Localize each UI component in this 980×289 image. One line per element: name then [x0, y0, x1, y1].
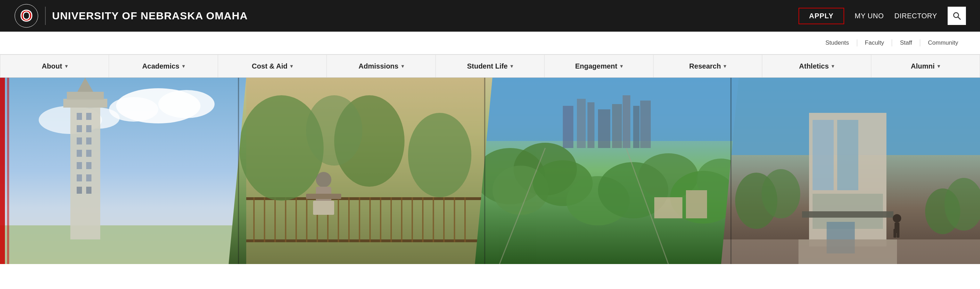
svg-rect-35	[0, 78, 5, 264]
svg-point-108	[762, 169, 800, 218]
svg-rect-45	[296, 197, 297, 242]
nav-academics-label: Academics	[142, 62, 180, 70]
engagement-dropdown-icon: ▾	[620, 63, 623, 69]
nav-research-label: Research	[689, 62, 721, 70]
audience-community[interactable]: Community	[920, 40, 966, 46]
audience-nav: Students Faculty Staff Community	[0, 32, 980, 54]
nav-alumni[interactable]: Alumni ▾	[871, 55, 980, 77]
svg-rect-75	[598, 110, 610, 148]
academics-dropdown-icon: ▾	[182, 63, 185, 69]
svg-rect-44	[285, 197, 286, 242]
hero-svg	[0, 78, 980, 264]
svg-rect-77	[623, 95, 630, 148]
svg-point-68	[408, 113, 471, 197]
svg-rect-17	[70, 106, 100, 240]
logo-area: O O UNIVERSITY OF NEBRASKA OMAHA	[14, 3, 248, 28]
nav-admissions[interactable]: Admissions ▾	[327, 55, 436, 77]
nav-athletics-label: Athletics	[799, 62, 829, 70]
student-life-dropdown-icon: ▾	[511, 63, 513, 69]
research-dropdown-icon: ▾	[724, 63, 726, 69]
svg-rect-79	[640, 100, 651, 148]
svg-rect-57	[422, 197, 423, 242]
nav-cost-aid[interactable]: Cost & Aid ▾	[218, 55, 327, 77]
svg-rect-29	[86, 175, 91, 181]
svg-rect-99	[802, 211, 894, 218]
alumni-dropdown-icon: ▾	[937, 63, 940, 69]
svg-rect-54	[390, 197, 392, 242]
main-nav: About ▾ Academics ▾ Cost & Aid ▾ Admissi…	[0, 54, 980, 78]
my-uno-link[interactable]: MY UNO	[855, 12, 884, 20]
svg-rect-51	[359, 197, 360, 242]
top-bar: O O UNIVERSITY OF NEBRASKA OMAHA APPLY M…	[0, 0, 980, 32]
cost-aid-dropdown-icon: ▾	[290, 63, 293, 69]
svg-rect-42	[264, 197, 265, 242]
svg-rect-105	[897, 229, 899, 238]
uno-logo: O O	[14, 3, 39, 28]
audience-faculty[interactable]: Faculty	[857, 40, 892, 46]
svg-rect-96	[813, 120, 834, 190]
directory-link[interactable]: DIRECTORY	[894, 12, 937, 20]
svg-rect-21	[86, 125, 91, 132]
svg-rect-52	[369, 197, 371, 242]
nav-engagement[interactable]: Engagement ▾	[544, 55, 653, 77]
svg-rect-28	[77, 175, 82, 181]
svg-rect-18	[77, 113, 82, 120]
svg-point-102	[893, 214, 901, 222]
nav-engagement-label: Engagement	[575, 62, 617, 70]
svg-rect-72	[563, 106, 573, 148]
university-title: UNIVERSITY OF NEBRASKA OMAHA	[52, 10, 248, 22]
search-button[interactable]	[948, 7, 966, 25]
svg-rect-104	[894, 229, 896, 238]
about-dropdown-icon: ▾	[65, 63, 68, 69]
svg-rect-76	[612, 104, 622, 148]
svg-rect-50	[348, 197, 350, 242]
svg-rect-41	[253, 197, 255, 242]
logo-divider	[45, 7, 46, 25]
svg-rect-16	[0, 225, 257, 264]
svg-rect-106	[721, 240, 980, 264]
audience-students[interactable]: Students	[818, 40, 857, 46]
svg-rect-97	[837, 120, 858, 190]
athletics-dropdown-icon: ▾	[832, 63, 834, 69]
nav-student-life[interactable]: Student Life ▾	[436, 55, 544, 77]
search-icon	[953, 12, 961, 20]
svg-rect-19	[86, 113, 91, 120]
svg-point-69	[306, 95, 362, 165]
svg-rect-53	[380, 197, 381, 242]
svg-rect-59	[443, 197, 445, 242]
svg-rect-27	[86, 162, 91, 169]
svg-rect-20	[77, 125, 82, 132]
svg-rect-58	[433, 197, 434, 242]
svg-rect-92	[686, 190, 707, 218]
hero-section	[0, 78, 980, 264]
nav-about-label: About	[42, 62, 62, 70]
svg-rect-73	[577, 99, 585, 148]
svg-rect-49	[338, 197, 339, 242]
nav-athletics[interactable]: Athletics ▾	[762, 55, 871, 77]
svg-rect-22	[77, 138, 82, 144]
nav-admissions-label: Admissions	[358, 62, 398, 70]
nav-cost-aid-label: Cost & Aid	[252, 62, 287, 70]
svg-rect-43	[274, 197, 276, 242]
svg-rect-36	[7, 78, 9, 264]
top-nav-right: APPLY MY UNO DIRECTORY	[799, 7, 966, 25]
svg-rect-61	[465, 197, 466, 242]
svg-point-62	[316, 172, 331, 187]
svg-rect-64	[306, 194, 341, 199]
svg-rect-91	[654, 197, 682, 218]
svg-rect-40	[246, 240, 500, 242]
audience-staff[interactable]: Staff	[892, 40, 920, 46]
apply-button[interactable]: APPLY	[799, 8, 844, 24]
nav-research[interactable]: Research ▾	[654, 55, 762, 77]
svg-rect-56	[412, 197, 413, 242]
svg-rect-33	[67, 92, 104, 100]
svg-rect-78	[633, 106, 640, 148]
svg-rect-26	[77, 162, 82, 169]
nav-academics[interactable]: Academics ▾	[109, 55, 218, 77]
svg-rect-65	[313, 201, 334, 215]
nav-alumni-label: Alumni	[911, 62, 935, 70]
audience-links: Students Faculty Staff Community	[818, 40, 966, 46]
svg-point-12	[158, 90, 215, 118]
nav-about[interactable]: About ▾	[0, 55, 109, 77]
svg-rect-46	[306, 197, 307, 242]
